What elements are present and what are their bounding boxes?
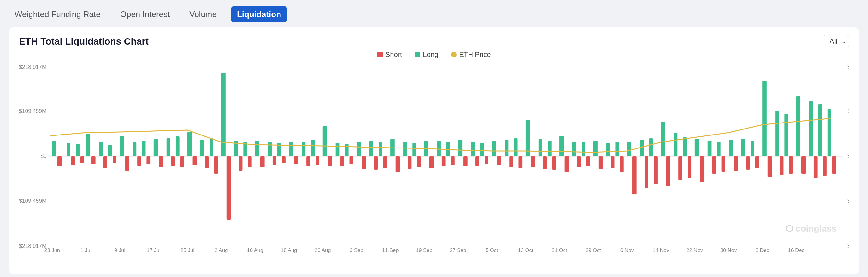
svg-rect-140 bbox=[722, 156, 725, 171]
long-color-dot bbox=[414, 52, 420, 57]
svg-rect-131 bbox=[649, 138, 653, 156]
svg-rect-69 bbox=[133, 142, 136, 156]
svg-rect-33 bbox=[356, 141, 361, 156]
svg-text:$2.00K: $2.00K bbox=[847, 198, 849, 204]
svg-rect-112 bbox=[485, 156, 489, 164]
svg-rect-73 bbox=[166, 138, 170, 156]
svg-rect-51 bbox=[661, 121, 665, 156]
range-select-wrapper: All 3M 6M 1Y bbox=[824, 35, 849, 47]
svg-rect-75 bbox=[176, 136, 180, 156]
svg-text:5 Oct: 5 Oct bbox=[486, 247, 498, 253]
svg-rect-91 bbox=[311, 140, 315, 156]
svg-rect-77 bbox=[200, 140, 204, 156]
tab-liquidation[interactable]: Liquidation bbox=[231, 6, 287, 22]
svg-rect-114 bbox=[509, 156, 513, 167]
svg-rect-128 bbox=[620, 156, 624, 172]
svg-rect-55 bbox=[728, 140, 733, 156]
svg-rect-71 bbox=[142, 141, 146, 156]
tab-bar: Weighted Funding Rate Open Interest Volu… bbox=[9, 6, 859, 22]
svg-rect-32 bbox=[328, 156, 332, 166]
svg-rect-30 bbox=[294, 156, 299, 164]
svg-rect-111 bbox=[480, 143, 484, 156]
tab-open-interest[interactable]: Open Interest bbox=[115, 7, 175, 22]
svg-text:$4.00K: $4.00K bbox=[847, 108, 849, 114]
svg-rect-44 bbox=[531, 156, 535, 167]
svg-rect-42 bbox=[497, 156, 501, 165]
svg-rect-152 bbox=[823, 156, 827, 176]
svg-rect-148 bbox=[789, 156, 793, 174]
svg-rect-38 bbox=[429, 156, 434, 168]
svg-rect-45 bbox=[559, 136, 564, 156]
watermark-icon: ⬡ bbox=[786, 223, 793, 234]
svg-rect-64 bbox=[81, 156, 84, 163]
svg-rect-56 bbox=[734, 156, 738, 171]
svg-rect-95 bbox=[345, 144, 349, 156]
svg-rect-20 bbox=[125, 156, 129, 171]
svg-rect-61 bbox=[67, 143, 70, 156]
svg-rect-26 bbox=[226, 156, 231, 220]
svg-rect-82 bbox=[239, 156, 243, 171]
svg-rect-57 bbox=[762, 81, 767, 156]
svg-rect-16 bbox=[57, 156, 62, 166]
svg-rect-62 bbox=[71, 156, 75, 165]
svg-rect-15 bbox=[52, 141, 57, 156]
svg-rect-126 bbox=[611, 156, 615, 168]
chart-svg: $218.917M $109.459M $0 $109.459M $218.91… bbox=[19, 63, 849, 253]
svg-rect-94 bbox=[340, 156, 344, 166]
svg-rect-79 bbox=[210, 138, 213, 156]
svg-text:11 Sep: 11 Sep bbox=[382, 247, 399, 253]
range-select[interactable]: All 3M 6M 1Y bbox=[824, 35, 849, 47]
svg-rect-84 bbox=[248, 156, 252, 167]
svg-rect-135 bbox=[683, 137, 687, 156]
svg-text:17 Jul: 17 Jul bbox=[147, 247, 161, 253]
svg-rect-23 bbox=[187, 132, 192, 156]
svg-rect-109 bbox=[471, 142, 474, 156]
svg-rect-39 bbox=[458, 140, 463, 156]
svg-text:23 Jun: 23 Jun bbox=[44, 247, 60, 253]
svg-rect-105 bbox=[437, 141, 441, 156]
svg-rect-136 bbox=[687, 156, 691, 178]
svg-text:26 Aug: 26 Aug bbox=[315, 247, 331, 253]
svg-rect-66 bbox=[103, 156, 107, 168]
svg-rect-99 bbox=[379, 142, 382, 156]
svg-rect-98 bbox=[374, 156, 378, 170]
svg-rect-151 bbox=[818, 104, 822, 156]
svg-rect-120 bbox=[553, 156, 556, 170]
svg-rect-68 bbox=[113, 156, 117, 163]
svg-text:30 Nov: 30 Nov bbox=[720, 247, 737, 253]
tab-volume[interactable]: Volume bbox=[184, 7, 222, 22]
svg-rect-34 bbox=[362, 156, 366, 169]
svg-rect-85 bbox=[268, 142, 272, 156]
svg-rect-24 bbox=[193, 156, 197, 165]
svg-text:$0: $0 bbox=[40, 153, 47, 159]
svg-rect-48 bbox=[598, 156, 603, 169]
tab-weighted-funding-rate[interactable]: Weighted Funding Rate bbox=[9, 7, 106, 22]
svg-rect-86 bbox=[273, 156, 276, 165]
svg-text:$218.917M: $218.917M bbox=[19, 64, 47, 70]
svg-rect-132 bbox=[654, 156, 657, 184]
svg-rect-25 bbox=[221, 73, 226, 156]
svg-text:25 Jul: 25 Jul bbox=[181, 247, 194, 253]
svg-text:22 Nov: 22 Nov bbox=[687, 247, 703, 253]
svg-text:1 Jul: 1 Jul bbox=[81, 247, 92, 253]
svg-rect-106 bbox=[442, 156, 445, 166]
svg-rect-22 bbox=[159, 156, 163, 167]
svg-rect-104 bbox=[417, 156, 421, 167]
svg-rect-93 bbox=[336, 143, 340, 156]
svg-rect-107 bbox=[446, 141, 450, 156]
svg-rect-96 bbox=[350, 156, 353, 164]
svg-rect-41 bbox=[492, 141, 496, 156]
svg-rect-40 bbox=[463, 156, 468, 166]
svg-rect-146 bbox=[780, 156, 784, 175]
svg-rect-115 bbox=[514, 138, 518, 156]
legend-eth-price-label: ETH Price bbox=[459, 51, 491, 59]
svg-rect-27 bbox=[255, 141, 259, 156]
svg-rect-31 bbox=[323, 126, 327, 156]
svg-rect-63 bbox=[76, 144, 80, 156]
svg-rect-67 bbox=[108, 145, 112, 156]
svg-text:10 Aug: 10 Aug bbox=[247, 247, 264, 253]
svg-rect-60 bbox=[801, 156, 806, 174]
svg-rect-110 bbox=[475, 156, 479, 166]
svg-rect-145 bbox=[775, 111, 779, 156]
svg-rect-142 bbox=[746, 156, 750, 170]
